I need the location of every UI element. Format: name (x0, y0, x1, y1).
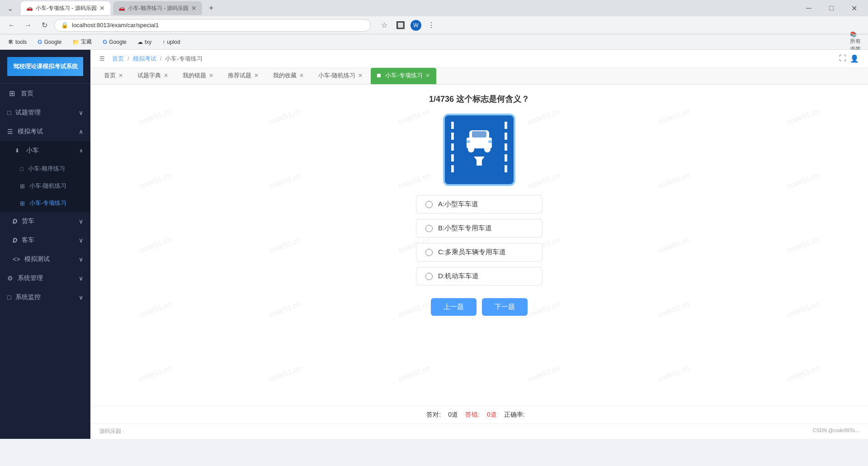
bookmark-txy[interactable]: ☁ txy (135, 38, 154, 46)
option-c-label[interactable]: C:多乘员车辆专用车道 (438, 248, 506, 257)
sidebar-item-car-random[interactable]: ⊞ 小车-随机练习 (0, 177, 90, 195)
back-btn[interactable]: ← (5, 19, 18, 32)
tab1-close[interactable]: ✕ (99, 5, 105, 12)
wm-12: code51.cn (90, 193, 227, 297)
sidebar-item-home[interactable]: ⊞ 首页 (0, 84, 90, 103)
browser-tab-1[interactable]: 🚗 小车-专项练习 - 源码乐园 ✕ (21, 1, 110, 15)
question-text: 这个标志是何含义？ (456, 95, 529, 104)
bookmark-treasure[interactable]: 📁 宝藏 (70, 37, 94, 47)
sidebar-item-sim-test[interactable]: <> 模拟测试 ∨ (0, 250, 90, 269)
lock-icon: 🔒 (61, 22, 68, 29)
tab-strip: ⌄ 🚗 小车-专项练习 - 源码乐园 ✕ 🚗 小车-顺序练习 - 源码乐园 ✕ … (4, 1, 217, 15)
bookmark-uplod[interactable]: ↑ uplod (160, 38, 183, 46)
truck-label: 货车 (22, 217, 34, 225)
new-tab-btn[interactable]: + (205, 2, 217, 14)
breadcrumb-mock-exam[interactable]: 模拟考试 (133, 55, 156, 63)
sidebar-toggle-btn[interactable]: ☰ (99, 55, 105, 62)
tab2-close[interactable]: ✕ (191, 5, 197, 12)
treasure-icon: 📁 (72, 39, 79, 45)
fullscreen-btn[interactable]: ⛶ (839, 54, 846, 63)
car-arrow: ∧ (79, 147, 83, 154)
wm-29: code51.cn (731, 321, 868, 406)
sim-test-arrow: ∨ (79, 256, 83, 263)
browser-menu-btn[interactable]: ⋮ (425, 19, 438, 32)
address-bar[interactable]: 🔒 localhost:8013/exam/car/special1 (54, 19, 371, 32)
breadcrumb-current: 小车-专项练习 (165, 55, 202, 63)
browser-tab-2[interactable]: 🚗 小车-顺序练习 - 源码乐园 ✕ (113, 1, 203, 15)
wm-25: code51.cn (213, 321, 357, 406)
sys-monitor-arrow: ∨ (79, 294, 83, 301)
close-btn[interactable]: ✕ (844, 0, 864, 16)
sidebar-item-car[interactable]: ⬇ 小车 ∧ (0, 141, 90, 160)
car-special-label: 小车-专项练习 (29, 199, 66, 207)
sign-container (443, 114, 515, 186)
tab-question-dict-label: 试题字典 (137, 71, 161, 80)
user-avatar[interactable]: 👤 (850, 54, 859, 63)
option-d-label[interactable]: D:机动车车道 (438, 272, 479, 281)
option-b[interactable]: B:小型车专用车道 (416, 219, 542, 238)
tab-question-dict[interactable]: 试题字典 ✕ (131, 68, 175, 84)
tab-car-random[interactable]: 小车-随机练习 ✕ (312, 68, 369, 84)
svg-rect-3 (451, 143, 454, 151)
option-b-label[interactable]: B:小型车专用车道 (438, 224, 492, 233)
breadcrumb-home[interactable]: 首页 (112, 55, 124, 63)
sidebar-item-mock-exam[interactable]: ☰ 模拟考试 ∧ (0, 122, 90, 141)
next-btn[interactable]: 下一题 (482, 298, 528, 316)
tab-my-favorites-close[interactable]: ✕ (299, 72, 304, 79)
sidebar-item-sys-monitor[interactable]: □ 系统监控 ∨ (0, 288, 90, 307)
sidebar-item-sys-admin[interactable]: ⚙ 系统管理 ∨ (0, 269, 90, 288)
tab-my-favorites[interactable]: 我的收藏 ✕ (267, 68, 310, 84)
tab-home[interactable]: 首页 ✕ (98, 68, 129, 84)
profile-btn[interactable]: W (410, 20, 421, 31)
sidebar: 驾校理论课模拟考试系统 ⊞ 首页 □ 试题管理 ∨ ☰ 模拟考试 ∧ ⬇ 小车 … (0, 50, 90, 439)
browser-navbar: ← → ↻ 🔒 localhost:8013/exam/car/special1… (0, 16, 868, 34)
sidebar-item-car-special[interactable]: ⊞ 小车-专项练习 (0, 195, 90, 212)
option-d[interactable]: D:机动车车道 (416, 267, 542, 285)
nav-actions: ☆ 🔲 W ⋮ (378, 19, 438, 32)
extensions-btn[interactable]: 🔲 (394, 19, 407, 32)
tab-home-close[interactable]: ✕ (118, 72, 123, 79)
tab-car-special[interactable]: 小车-专项练习 ✕ (371, 68, 436, 84)
tab-my-wrong[interactable]: 我的错题 ✕ (176, 68, 220, 84)
sidebar-item-car-seq[interactable]: □ 小车-顺序练习 (0, 160, 90, 177)
tab-car-random-close[interactable]: ✕ (358, 72, 363, 79)
refresh-btn[interactable]: ↻ (38, 19, 51, 32)
sidebar-item-question-mgmt[interactable]: □ 试题管理 ∨ (0, 103, 90, 122)
option-d-radio[interactable] (425, 273, 433, 280)
bookmark-star-btn[interactable]: ☆ (378, 19, 391, 32)
logo-inner: 驾校理论课模拟考试系统 (7, 57, 83, 76)
tab-recommended-close[interactable]: ✕ (254, 72, 259, 79)
footer: 源码乐园 · CSDN @code99To... (90, 423, 868, 439)
tab-car-special-close[interactable]: ✕ (425, 72, 430, 79)
google1-icon: G (38, 38, 42, 45)
minimize-btn[interactable]: ─ (798, 0, 819, 16)
option-a-radio[interactable] (425, 201, 433, 208)
wrong-label: 答错: (465, 411, 480, 419)
forward-btn[interactable]: → (22, 19, 34, 32)
bookmark-tools[interactable]: 🛠 tools (5, 38, 29, 46)
maximize-btn[interactable]: □ (821, 0, 842, 16)
option-b-radio[interactable] (425, 225, 433, 232)
tabs-bar: 首页 ✕ 试题字典 ✕ 我的错题 ✕ 推荐试题 ✕ 我的收藏 ✕ 小车-随机练习… (90, 68, 868, 85)
wm-22: code51.cn (602, 257, 745, 361)
prev-btn[interactable]: 上一题 (431, 298, 476, 316)
option-a[interactable]: A:小型车车道 (416, 195, 542, 214)
tab-my-wrong-close[interactable]: ✕ (209, 72, 213, 79)
sidebar-item-bus[interactable]: D 客车 ∨ (0, 231, 90, 250)
address-text: localhost:8013/exam/car/special1 (72, 22, 159, 29)
bookmark-google2[interactable]: G Google (100, 38, 129, 46)
window-controls: ─ □ ✕ (798, 0, 864, 16)
svg-point-14 (484, 146, 491, 152)
browser-extra-actions: 📚 所有书签 (850, 36, 863, 48)
option-a-label[interactable]: A:小型车车道 (438, 200, 478, 209)
tab-back-btn[interactable]: ⌄ (4, 2, 16, 14)
tab-question-dict-close[interactable]: ✕ (164, 72, 168, 79)
wm-13: code51.cn (213, 193, 357, 297)
option-c-radio[interactable] (425, 249, 433, 256)
car-random-icon: ⊞ (20, 183, 25, 190)
option-c[interactable]: C:多乘员车辆专用车道 (416, 243, 542, 262)
sidebar-item-truck[interactable]: D 货车 ∨ (0, 212, 90, 231)
tab-recommended[interactable]: 推荐试题 ✕ (222, 68, 265, 84)
all-books-btn[interactable]: 📚 所有书签 (850, 36, 863, 48)
bookmark-google1[interactable]: G Google (35, 38, 64, 46)
